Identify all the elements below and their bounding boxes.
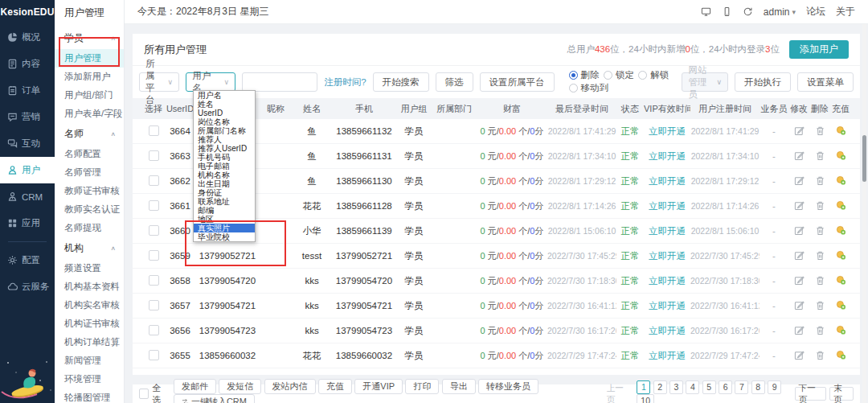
page-number-button[interactable]: 1 bbox=[637, 380, 650, 394]
set-menu-button[interactable]: 设置菜单 bbox=[797, 72, 854, 92]
bulk-action-button[interactable]: 发邮件 bbox=[174, 379, 216, 394]
trash-icon[interactable] bbox=[815, 175, 825, 186]
primary-nav-item[interactable]: 营销 bbox=[0, 104, 55, 130]
add-user-button[interactable]: 添加用户 bbox=[789, 40, 849, 59]
secondary-nav-item[interactable]: 新闻管理 bbox=[55, 352, 124, 370]
trash-icon[interactable] bbox=[815, 300, 825, 310]
secondary-nav-item[interactable]: 机构实名审核 bbox=[55, 296, 124, 315]
secondary-nav-item[interactable]: 机构证书审核 bbox=[55, 315, 124, 333]
primary-nav-item[interactable]: 配置 bbox=[0, 247, 55, 273]
row-checkbox[interactable] bbox=[149, 200, 159, 211]
bulk-action-button[interactable]: 转移业务员 bbox=[478, 379, 538, 394]
row-checkbox[interactable] bbox=[149, 125, 159, 136]
secondary-nav-item[interactable]: 环境管理 bbox=[55, 370, 124, 389]
page-number-button[interactable]: 10 bbox=[637, 394, 654, 403]
search-field-select[interactable]: 用户名∨ bbox=[186, 72, 235, 92]
recharge-icon[interactable] bbox=[836, 200, 846, 211]
page-number-button[interactable]: 7 bbox=[735, 380, 748, 394]
dropdown-option[interactable]: 姓名 bbox=[194, 100, 255, 109]
recharge-icon[interactable] bbox=[836, 275, 846, 286]
row-checkbox[interactable] bbox=[149, 275, 159, 286]
row-checkbox[interactable] bbox=[149, 250, 159, 261]
edit-icon[interactable] bbox=[794, 250, 805, 261]
page-number-button[interactable]: 6 bbox=[719, 380, 732, 394]
edit-icon[interactable] bbox=[794, 300, 805, 310]
dropdown-option[interactable]: 机构名称 bbox=[194, 171, 255, 179]
trash-icon[interactable] bbox=[815, 125, 825, 136]
secondary-nav-item[interactable]: 机构基本资料 bbox=[55, 278, 124, 296]
dropdown-option[interactable]: 推荐人 bbox=[194, 135, 255, 144]
secondary-nav-item[interactable]: 教师证书审核 bbox=[55, 182, 124, 200]
bulk-action-button[interactable]: 充值 bbox=[318, 379, 352, 394]
dropdown-option[interactable]: 毕业院校 bbox=[194, 232, 255, 241]
secondary-nav-item[interactable]: 频道设置 bbox=[55, 259, 124, 278]
search-button[interactable]: 开始搜索 bbox=[373, 72, 429, 92]
primary-nav-item[interactable]: 应用 bbox=[0, 210, 55, 236]
edit-icon[interactable] bbox=[794, 225, 805, 236]
dropdown-option[interactable]: 邮编 bbox=[194, 206, 255, 215]
radio-option[interactable]: 移动到 bbox=[569, 82, 609, 94]
dropdown-option[interactable]: 联系地址 bbox=[194, 197, 255, 206]
vip-activate-link[interactable]: 立即开通 bbox=[644, 300, 690, 312]
select-all-checkbox[interactable] bbox=[139, 389, 149, 399]
trash-icon[interactable] bbox=[815, 250, 825, 261]
vip-activate-link[interactable]: 立即开通 bbox=[644, 125, 690, 138]
row-checkbox[interactable] bbox=[149, 325, 159, 335]
execute-button[interactable]: 开始执行 bbox=[735, 72, 791, 92]
last-page-button[interactable]: 末页 bbox=[829, 387, 854, 401]
recharge-icon[interactable] bbox=[836, 175, 846, 186]
dropdown-option[interactable]: 出生日期 bbox=[194, 179, 255, 188]
primary-nav-item[interactable]: 云服务 bbox=[0, 273, 55, 300]
page-number-button[interactable]: 4 bbox=[686, 380, 699, 394]
platform-select[interactable]: 所属平台∨ bbox=[139, 72, 179, 92]
row-checkbox[interactable] bbox=[149, 300, 159, 310]
edit-icon[interactable] bbox=[794, 200, 805, 211]
trash-icon[interactable] bbox=[815, 350, 825, 360]
row-checkbox[interactable] bbox=[149, 175, 159, 186]
refresh-icon[interactable] bbox=[743, 6, 753, 17]
primary-nav-item[interactable]: 内容 bbox=[0, 51, 55, 77]
edit-icon[interactable] bbox=[794, 350, 805, 360]
edit-icon[interactable] bbox=[794, 125, 805, 136]
secondary-nav-item[interactable]: 用户组/部门 bbox=[55, 86, 124, 105]
set-platform-button[interactable]: 设置所属平台 bbox=[480, 72, 555, 92]
secondary-nav-item[interactable]: 轮播图管理 bbox=[55, 389, 124, 403]
target-group-select[interactable]: 网站管理员∨ bbox=[682, 72, 728, 92]
radio-option[interactable]: 解锁 bbox=[638, 69, 669, 81]
recharge-icon[interactable] bbox=[836, 225, 846, 236]
vip-activate-link[interactable]: 立即开通 bbox=[644, 225, 690, 237]
forum-link[interactable]: 论坛 bbox=[806, 5, 825, 19]
admin-menu[interactable]: admin ▾ bbox=[764, 6, 796, 18]
bulk-action-button[interactable]: 开通VIP bbox=[354, 379, 403, 394]
radio-option[interactable]: 删除 bbox=[569, 69, 600, 81]
secondary-nav-group-header[interactable]: 学员 ∧ bbox=[55, 27, 124, 49]
vip-activate-link[interactable]: 立即开通 bbox=[644, 350, 690, 362]
vip-activate-link[interactable]: 立即开通 bbox=[644, 250, 690, 262]
bulk-action-button[interactable]: 导出 bbox=[442, 379, 476, 394]
trash-icon[interactable] bbox=[815, 275, 825, 286]
select-all[interactable]: 全选 bbox=[139, 382, 169, 403]
secondary-nav-item[interactable]: 名师提现 bbox=[55, 219, 124, 237]
edit-icon[interactable] bbox=[794, 275, 805, 286]
secondary-nav-item[interactable]: 名师管理 bbox=[55, 163, 124, 182]
dropdown-option[interactable]: 手机号码 bbox=[194, 153, 255, 162]
page-number-button[interactable]: 2 bbox=[653, 380, 667, 394]
recharge-icon[interactable] bbox=[836, 150, 846, 161]
dropdown-option[interactable]: 推荐人UserID bbox=[194, 144, 255, 153]
recharge-icon[interactable] bbox=[836, 250, 846, 261]
primary-nav-item[interactable]: 概况 bbox=[0, 24, 55, 51]
filter-button[interactable]: 筛选 bbox=[436, 72, 473, 92]
row-checkbox[interactable] bbox=[149, 225, 159, 236]
about-link[interactable]: 关于 bbox=[836, 5, 855, 19]
vip-activate-link[interactable]: 立即开通 bbox=[644, 150, 690, 162]
secondary-nav-item[interactable]: 名师配置 bbox=[55, 145, 124, 163]
dropdown-option[interactable]: 所属部门名称 bbox=[194, 126, 255, 135]
edit-icon[interactable] bbox=[794, 150, 805, 161]
vip-activate-link[interactable]: 立即开通 bbox=[644, 275, 690, 287]
secondary-nav-group-header[interactable]: 名师 ∧ bbox=[55, 123, 124, 145]
secondary-nav-group-header[interactable]: 机构 ∧ bbox=[55, 237, 124, 259]
trash-icon[interactable] bbox=[815, 150, 825, 161]
primary-nav-item[interactable]: CRM bbox=[0, 183, 55, 210]
edit-icon[interactable] bbox=[794, 175, 805, 186]
dropdown-option[interactable]: 岗位名称 bbox=[194, 117, 255, 126]
